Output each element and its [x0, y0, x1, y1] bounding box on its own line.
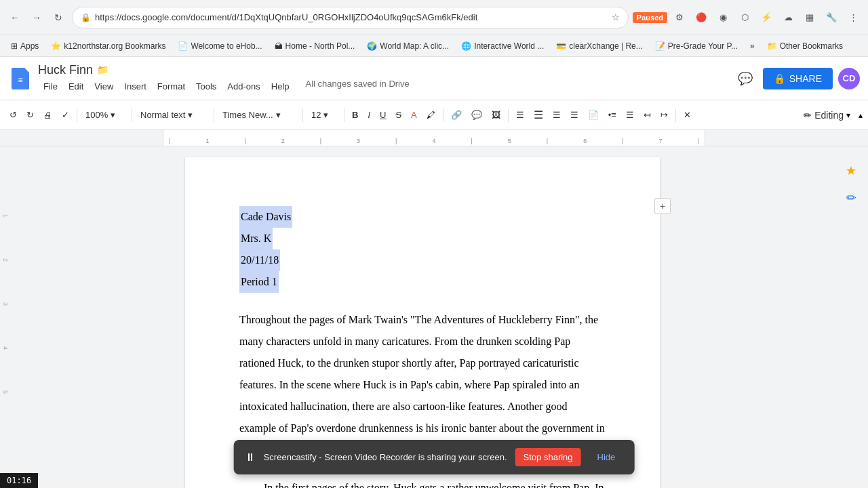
paragraph-1-text: Throughout the pages of Mark Twain's "Th…	[239, 314, 605, 455]
font-select[interactable]: Times New... ▾	[218, 105, 299, 125]
menu-bar: File Edit View Insert Format Tools Add-o…	[38, 79, 410, 94]
editing-chevron-up-icon[interactable]: ▴	[859, 110, 863, 120]
menu-edit[interactable]: Edit	[63, 79, 89, 94]
comment-button[interactable]: 💬	[733, 66, 757, 91]
size-value: 12	[311, 110, 321, 120]
numbered-list-button[interactable]: 📄	[584, 105, 603, 125]
bookmarks-more[interactable]: »	[745, 39, 760, 53]
header-line-1: Cade Davis	[239, 206, 606, 228]
spellcheck-button[interactable]: ✓	[58, 105, 73, 125]
style-chevron-icon: ▾	[188, 110, 193, 120]
highlight-button[interactable]: 🖍	[422, 105, 439, 125]
extension-icon-8[interactable]: 🔧	[822, 8, 841, 27]
edit-pencil-icon: ✏	[804, 110, 812, 121]
bookmark-ehob[interactable]: 📄 Welcome to eHob...	[172, 39, 267, 53]
forward-button[interactable]: →	[27, 8, 46, 27]
ruler-inner: | 1 | 2 | 3 | 4 | 5 | 6 | 7 |	[163, 130, 705, 146]
url-text: https://docs.google.com/document/d/1DqXt…	[95, 12, 608, 22]
undo-button[interactable]: ↺	[5, 105, 21, 125]
text-color-button[interactable]: A	[407, 105, 421, 125]
editing-chevron-down-icon[interactable]: ▾	[846, 110, 850, 120]
refresh-button[interactable]: ↻	[49, 8, 68, 27]
bold-button[interactable]: B	[348, 105, 362, 125]
extension-icon-6[interactable]: ☁	[778, 8, 797, 27]
paragraph-2-text: In the first pages of the story, Huck ge…	[239, 482, 604, 488]
menu-help[interactable]: Help	[266, 79, 295, 94]
separator-2	[132, 108, 132, 122]
strikethrough-button[interactable]: S	[391, 105, 406, 125]
link-button[interactable]: 🔗	[447, 105, 466, 125]
doc-title[interactable]: Huck Finn	[38, 63, 93, 77]
redo-button[interactable]: ↻	[22, 105, 38, 125]
bookmark-k12[interactable]: ⭐ k12northstar.org Bookmarks	[45, 39, 171, 53]
menu-format[interactable]: Format	[152, 79, 191, 94]
align-justify-button[interactable]: ☰	[566, 105, 583, 125]
bullet-list-button[interactable]: •≡	[604, 105, 620, 125]
style-value: Normal text	[140, 110, 185, 120]
style-select[interactable]: Normal text ▾	[136, 105, 210, 125]
menu-tools[interactable]: Tools	[191, 79, 222, 94]
bookmark-interactive[interactable]: 🌐 Interactive World ...	[456, 39, 549, 53]
app-bar-right: 💬 🔒 SHARE CD	[733, 66, 860, 91]
bookmark-label-northpol: Home - North Pol...	[285, 41, 355, 51]
comment-insert-button[interactable]: 💬	[467, 105, 486, 125]
menu-insert[interactable]: Insert	[119, 79, 152, 94]
extension-icon-2[interactable]: 🔴	[692, 8, 711, 27]
menu-addons[interactable]: Add-ons	[222, 79, 265, 94]
italic-button[interactable]: I	[363, 105, 374, 125]
more-label: »	[750, 41, 755, 51]
align-right-button[interactable]: ☰	[549, 105, 565, 125]
notification-bar: ⏸ Screencastify - Screen Video Recorder …	[234, 440, 635, 474]
extension-icon-1[interactable]: ⚙	[670, 8, 689, 27]
document-page[interactable]: + Cade Davis Mrs. K 20/11/18 Period 1 Th…	[185, 157, 660, 488]
browser-action-icons: Paused ⚙ 🔴 ◉ ⬡ ⚡ ☁ ▦ 🔧 ⋮	[633, 8, 863, 27]
share-label: SHARE	[789, 73, 822, 84]
left-margin: 1 2 3 4 5	[0, 146, 11, 488]
body-paragraph-1[interactable]: Throughout the pages of Mark Twain's "Th…	[239, 309, 606, 461]
underline-button[interactable]: U	[376, 105, 390, 125]
right-panel-btn-1[interactable]: ★	[840, 160, 862, 182]
bookmark-clearxchange[interactable]: 💳 clearXchange | Re...	[551, 39, 648, 53]
bookmark-icon-worldmap: 🌍	[367, 41, 377, 51]
list-style-button[interactable]: ☰	[622, 105, 638, 125]
paused-badge: Paused	[633, 12, 667, 23]
address-bar[interactable]: 🔒 https://docs.google.com/document/d/1Dq…	[72, 7, 629, 28]
right-panel: ★ ✏	[834, 146, 868, 488]
increase-indent-button[interactable]: ↦	[656, 105, 672, 125]
stop-sharing-button[interactable]: Stop sharing	[515, 448, 581, 466]
bookmarks-apps[interactable]: ⊞ Apps	[5, 39, 44, 53]
size-select[interactable]: 12 ▾	[307, 105, 340, 125]
bookmark-worldmap[interactable]: 🌍 World Map: A clic...	[361, 39, 454, 53]
print-button[interactable]: 🖨	[39, 105, 56, 125]
menu-button[interactable]: ⋮	[844, 8, 863, 27]
image-button[interactable]: 🖼	[488, 105, 505, 125]
body-paragraph-2[interactable]: In the first pages of the story, Huck ge…	[239, 477, 606, 488]
decrease-indent-button[interactable]: ↤	[639, 105, 655, 125]
bookmark-label-worldmap: World Map: A clic...	[380, 41, 449, 51]
back-button[interactable]: ←	[5, 8, 24, 27]
add-section-button[interactable]: +	[654, 198, 671, 214]
clear-format-button[interactable]: ✕	[679, 105, 695, 125]
right-panel-btn-2[interactable]: ✏	[840, 187, 862, 209]
timer: 01:16	[0, 473, 38, 488]
folder-icon: 📁	[97, 64, 108, 75]
editing-mode-label[interactable]: Editing	[814, 110, 844, 121]
bookmark-pregrade[interactable]: 📝 Pre-Grade Your P...	[650, 39, 743, 53]
align-left-button[interactable]: ☰	[512, 105, 528, 125]
header-line-2: Mrs. K	[239, 228, 606, 249]
bookmarks-other[interactable]: 📁 Other Bookmarks	[762, 39, 848, 53]
menu-file[interactable]: File	[38, 79, 63, 94]
extension-icon-7[interactable]: ▦	[800, 8, 819, 27]
menu-view[interactable]: View	[89, 79, 119, 94]
avatar: CD	[838, 68, 860, 89]
bookmark-northpol[interactable]: 🏔 Home - North Pol...	[269, 39, 361, 53]
zoom-select[interactable]: 100% ▾	[81, 105, 128, 125]
extension-icon-3[interactable]: ◉	[713, 8, 732, 27]
other-label: Other Bookmarks	[780, 41, 843, 51]
hide-button[interactable]: Hide	[589, 448, 624, 466]
share-button[interactable]: 🔒 SHARE	[763, 68, 833, 89]
extension-icon-4[interactable]: ⬡	[735, 8, 754, 27]
extension-icon-5[interactable]: ⚡	[757, 8, 776, 27]
align-center-button[interactable]: ☰	[530, 105, 547, 125]
lock-icon: 🔒	[81, 13, 91, 22]
